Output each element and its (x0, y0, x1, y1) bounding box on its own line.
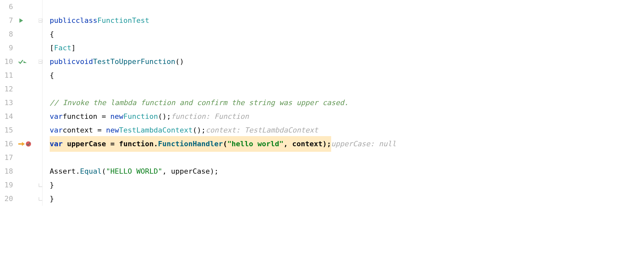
code-line[interactable]: public void TestToUpperFunction() (50, 55, 644, 69)
keyword: public (50, 14, 76, 27)
type-name: TestLambdaContext (119, 123, 193, 137)
gutter-row: 20 (0, 192, 42, 206)
breakpoint-check-icon[interactable] (25, 141, 31, 147)
gutter-row: 6 (0, 0, 42, 14)
code-line[interactable]: { (50, 69, 644, 82)
svg-marker-3 (22, 142, 25, 146)
keyword: new (106, 123, 119, 137)
line-number: 19 (3, 178, 13, 192)
brace: } (50, 192, 54, 206)
type-name: Function (123, 110, 158, 123)
code-line[interactable]: Assert.Equal("HELLO WORLD", upperCase); (50, 165, 644, 178)
identifier: context (63, 123, 93, 137)
gutter-row[interactable]: 10 (0, 55, 42, 69)
keyword: class (76, 14, 97, 27)
code-line[interactable]: var context = new TestLambdaContext(); c… (50, 123, 644, 137)
line-number: 13 (3, 96, 13, 110)
keyword: void (76, 55, 93, 69)
string-literal: "HELLO WORLD" (106, 165, 162, 178)
gutter-row[interactable]: 7 (0, 14, 42, 27)
operator: = (97, 110, 110, 123)
line-number: 14 (3, 110, 13, 123)
code-line-current[interactable]: var upperCase = function.FunctionHandler… (50, 137, 644, 151)
brace: { (50, 69, 54, 82)
operator: = (106, 140, 119, 148)
line-number: 6 (3, 0, 13, 14)
inlay-hint: context: TestLambdaContext (206, 123, 318, 137)
identifier: function (63, 110, 97, 123)
gutter-row: 19 (0, 178, 42, 192)
paren: ); (210, 165, 219, 178)
bracket: [ (50, 41, 54, 55)
gutter-row: 9 (0, 41, 42, 55)
gutter: 6 7 8 9 10 11 12 (0, 0, 42, 206)
fold-toggle-icon[interactable] (38, 55, 43, 69)
test-pass-run-icon[interactable] (18, 59, 27, 65)
fold-end-icon[interactable] (38, 192, 43, 206)
gutter-row: 11 (0, 69, 42, 82)
svg-point-4 (26, 141, 31, 147)
line-number: 20 (3, 192, 13, 206)
bracket: ] (71, 41, 76, 55)
type-name: Assert (50, 165, 76, 178)
gutter-row: 18 (0, 165, 42, 178)
dot: . (76, 165, 80, 178)
method-call: Equal (80, 165, 102, 178)
code-line[interactable]: public class FunctionTest (50, 14, 644, 27)
line-number: 12 (3, 82, 13, 96)
method-call: FunctionHandler (158, 140, 223, 148)
keyword: var (50, 123, 63, 137)
svg-rect-2 (18, 143, 22, 145)
gutter-row: 12 (0, 82, 42, 96)
gutter-row: 8 (0, 27, 42, 41)
identifier: upperCase (67, 140, 106, 148)
svg-marker-1 (24, 61, 27, 63)
code-line[interactable] (50, 0, 644, 14)
line-number: 17 (3, 151, 13, 165)
comment: // Invoke the lambda function and confir… (50, 96, 348, 110)
paren: ( (223, 140, 227, 148)
identifier: function (119, 140, 154, 148)
code-line[interactable]: { (50, 27, 644, 41)
code-line[interactable]: // Invoke the lambda function and confir… (50, 96, 644, 110)
execution-point-icon[interactable] (18, 141, 31, 147)
type-name: FunctionTest (97, 14, 149, 27)
fold-end-icon[interactable] (38, 178, 43, 192)
string-literal: "hello world" (227, 140, 283, 148)
inlay-hint: function: Function (171, 110, 249, 123)
gutter-row: 14 (0, 110, 42, 123)
operator: = (93, 123, 106, 137)
code-area[interactable]: public class FunctionTest { [Fact] publi… (42, 0, 644, 206)
brace: { (50, 27, 54, 41)
code-line[interactable]: var function = new Function(); function:… (50, 110, 644, 123)
gutter-row[interactable]: 16 (0, 137, 42, 151)
line-number: 7 (3, 14, 13, 27)
code-line[interactable]: [Fact] (50, 41, 644, 55)
comma: , (162, 165, 171, 178)
code-line[interactable]: } (50, 178, 644, 192)
line-number: 8 (3, 27, 13, 41)
fold-column (42, 0, 48, 206)
code-line[interactable]: } (50, 192, 644, 206)
line-number: 10 (3, 55, 13, 69)
code-editor[interactable]: 6 7 8 9 10 11 12 (0, 0, 644, 206)
paren: ( (102, 165, 106, 178)
keyword: var (50, 110, 63, 123)
paren: ); (323, 140, 331, 148)
code-line[interactable] (50, 82, 644, 96)
gutter-row: 13 (0, 96, 42, 110)
svg-marker-0 (19, 18, 23, 23)
run-icon[interactable] (18, 18, 24, 24)
punct: (); (158, 110, 171, 123)
code-line[interactable] (50, 151, 644, 165)
fold-toggle-icon[interactable] (38, 14, 43, 27)
line-number: 16 (3, 137, 13, 151)
gutter-row: 17 (0, 151, 42, 165)
line-number: 15 (3, 123, 13, 137)
comma: , (283, 140, 292, 148)
method-name: TestToUpperFunction (93, 55, 175, 69)
attribute: Fact (54, 41, 71, 55)
inlay-hint: upperCase: null (331, 137, 396, 151)
brace: } (50, 178, 54, 192)
identifier: context (292, 140, 323, 148)
